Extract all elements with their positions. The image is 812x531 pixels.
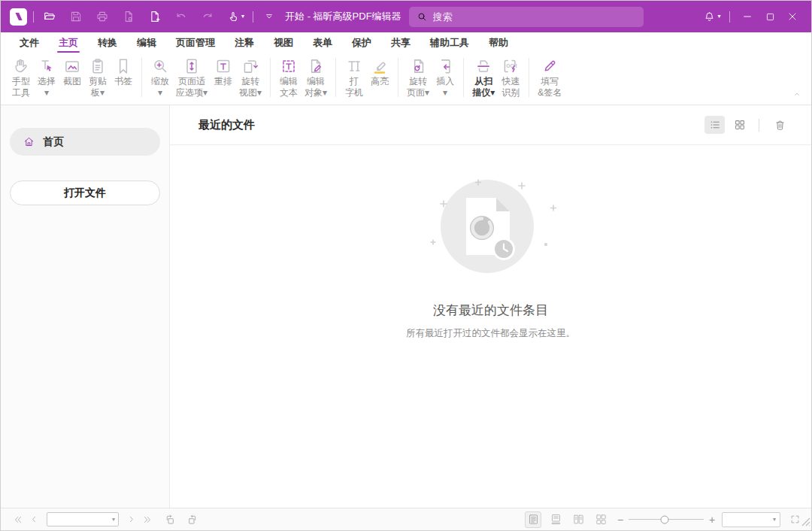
grid-view-button[interactable] xyxy=(729,116,750,134)
reflow-button[interactable]: 重排 xyxy=(211,56,236,87)
open-file-button[interactable] xyxy=(40,6,59,27)
folder-open-icon xyxy=(43,10,56,23)
single-page-view-button[interactable] xyxy=(525,511,541,528)
content-header: 最近的文件 xyxy=(170,105,811,145)
menu-tab-share[interactable]: 共享 xyxy=(381,32,420,53)
doc-new-icon xyxy=(148,10,162,23)
notifications-button[interactable]: ▾ xyxy=(701,6,723,27)
titlebar-divider xyxy=(729,11,730,23)
ribbon-group-divider xyxy=(141,58,142,97)
zoom-level-input[interactable] xyxy=(726,515,773,524)
zoom-in-button[interactable]: + xyxy=(707,514,717,526)
list-view-icon xyxy=(708,118,722,132)
first-page-button[interactable] xyxy=(10,514,26,525)
continuous-view-button[interactable] xyxy=(547,511,564,528)
facing-icon xyxy=(572,513,585,526)
list-view-button[interactable] xyxy=(704,116,725,134)
minimize-button[interactable] xyxy=(736,6,759,27)
menu-tab-file[interactable]: 文件 xyxy=(10,32,49,53)
facing-continuous-view-button[interactable] xyxy=(592,511,609,528)
snapshot-button[interactable]: 截图 xyxy=(59,56,85,87)
reflow-icon xyxy=(214,56,233,76)
titlebar-divider xyxy=(33,11,34,23)
zoom-out-button[interactable]: − xyxy=(615,514,626,526)
empty-state-subtitle: 所有最近打开过的文件都会显示在这里。 xyxy=(406,327,575,340)
search-input[interactable] xyxy=(433,11,636,23)
next-page-icon xyxy=(126,514,136,524)
next-view-button[interactable] xyxy=(183,514,201,526)
highlight-icon xyxy=(370,56,389,76)
edit-text-button[interactable]: 编辑文本 xyxy=(276,56,301,99)
facing-view-button[interactable] xyxy=(570,511,586,528)
window-title: 开始 - 福昕高级PDF编辑器 xyxy=(285,10,401,23)
open-file-button[interactable]: 打开文件 xyxy=(10,181,160,205)
menu-tab-view[interactable]: 视图 xyxy=(264,32,303,53)
fit-page-options-button[interactable]: 页面适应选项▾ xyxy=(173,56,211,99)
resize-grip[interactable] xyxy=(801,516,810,529)
previous-view-icon xyxy=(165,514,177,526)
trash-icon xyxy=(774,119,786,132)
share-doc-button[interactable] xyxy=(119,6,138,27)
titlebar: ▾ 开始 - 福昕高级PDF编辑器 ▾ xyxy=(1,1,811,32)
print-button[interactable] xyxy=(92,6,112,27)
quick-ocr-button[interactable]: OCR快速识别 xyxy=(498,56,523,99)
rotate-pages-button[interactable]: 旋转页面▾ xyxy=(404,56,432,99)
next-page-button[interactable] xyxy=(123,514,139,524)
menu-tab-convert[interactable]: 转换 xyxy=(88,32,127,53)
scanner-icon xyxy=(474,56,493,76)
single-page-icon xyxy=(527,513,540,526)
highlight-button[interactable]: 高亮 xyxy=(367,56,392,87)
app-window: ▾ 开始 - 福昕高级PDF编辑器 ▾ 文件主页转换编辑页面管理注释视图表单保护… xyxy=(0,0,812,531)
menu-tab-form[interactable]: 表单 xyxy=(303,32,342,53)
ribbon-toolbar: 手型工具选择▾截图剪贴板▾书签缩放▾页面适应选项▾重排旋转视图▾编辑文本编辑对象… xyxy=(1,53,811,105)
zoom-tool-button[interactable]: 缩放▾ xyxy=(147,56,173,99)
save-button[interactable] xyxy=(66,6,86,27)
zoom-level-box[interactable]: ▾ xyxy=(722,512,780,527)
clear-recent-button[interactable] xyxy=(770,116,790,134)
menu-tab-home[interactable]: 主页 xyxy=(49,32,88,53)
select-tool-button[interactable]: 选择▾ xyxy=(34,56,59,99)
rotate-view-button[interactable]: 旋转视图▾ xyxy=(236,56,265,99)
sidebar-item-home[interactable]: 首页 xyxy=(10,128,160,156)
insert-pages-button[interactable]: 插入▾ xyxy=(432,56,458,99)
last-page-button[interactable] xyxy=(139,514,156,525)
page-number-input[interactable] xyxy=(50,515,112,524)
create-pdf-button[interactable] xyxy=(145,6,165,27)
zoom-slider[interactable] xyxy=(629,514,704,525)
menu-tab-comment[interactable]: 注释 xyxy=(225,32,264,53)
menu-tab-edit[interactable]: 编辑 xyxy=(127,32,166,53)
page-number-box[interactable]: ▾ xyxy=(47,512,119,526)
from-scanner-button[interactable]: 从扫描仪▾ xyxy=(469,56,498,99)
search-box[interactable] xyxy=(409,7,644,27)
zoom-dropdown-icon[interactable]: ▾ xyxy=(773,516,776,523)
redo-button[interactable] xyxy=(198,6,217,27)
touch-mode-button[interactable]: ▾ xyxy=(224,6,247,27)
floppy-icon xyxy=(69,10,83,23)
bookmark-button[interactable]: 书签 xyxy=(111,56,136,87)
customize-quick-access-button[interactable] xyxy=(259,6,279,27)
page-title: 最近的文件 xyxy=(198,118,255,132)
menu-tab-help[interactable]: 帮助 xyxy=(479,32,518,53)
fill-sign-button[interactable]: 填写&签名 xyxy=(535,56,565,99)
rotate-view-icon xyxy=(241,56,260,76)
typewriter-button[interactable]: 打字机 xyxy=(341,56,367,99)
ribbon-group-divider xyxy=(270,58,271,97)
hand-tool-button[interactable]: 手型工具 xyxy=(8,56,34,99)
empty-state-illustration xyxy=(412,169,570,285)
close-button[interactable] xyxy=(781,6,804,27)
zoom-slider-knob[interactable] xyxy=(661,515,669,523)
previous-view-button[interactable] xyxy=(162,514,180,526)
collapse-ribbon-button[interactable] xyxy=(792,89,802,102)
previous-page-button[interactable] xyxy=(26,514,42,524)
clipboard-icon xyxy=(88,56,108,76)
home-icon xyxy=(23,135,35,148)
undo-button[interactable] xyxy=(171,6,191,27)
menu-tab-organize[interactable]: 页面管理 xyxy=(166,32,225,53)
menu-tab-accessibility[interactable]: 辅助工具 xyxy=(420,32,479,53)
edit-object-button[interactable]: 编辑对象▾ xyxy=(301,56,330,99)
ocr-icon: OCR xyxy=(501,56,520,76)
menu-tab-protect[interactable]: 保护 xyxy=(342,32,381,53)
page-dropdown-icon[interactable]: ▾ xyxy=(112,516,115,523)
clipboard-button[interactable]: 剪贴板▾ xyxy=(85,56,111,99)
maximize-button[interactable] xyxy=(759,6,781,27)
